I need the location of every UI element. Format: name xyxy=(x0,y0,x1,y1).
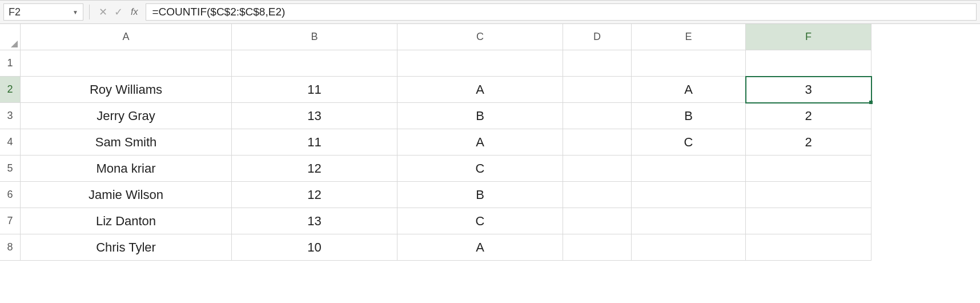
insert-function-button[interactable]: fx xyxy=(126,7,142,17)
cell-A1[interactable]: Name xyxy=(21,50,232,77)
cell-B2[interactable]: 11 xyxy=(232,77,397,103)
cell-E4[interactable]: C xyxy=(632,129,746,156)
formula-text: =COUNTIF($C$2:$C$8,E2) xyxy=(152,6,285,18)
cell-A2[interactable]: Roy Williams xyxy=(21,77,232,103)
cell-D8[interactable] xyxy=(563,234,632,261)
cell-C2[interactable]: A xyxy=(397,77,563,103)
col-header-B[interactable]: B xyxy=(232,24,397,50)
row-header-3[interactable]: 3 xyxy=(0,103,21,129)
cell-E5[interactable] xyxy=(632,156,746,182)
cell-B8[interactable]: 10 xyxy=(232,234,397,261)
cell-F7[interactable] xyxy=(746,208,871,234)
cell-F3[interactable]: 2 xyxy=(746,103,871,129)
cell-C8[interactable]: A xyxy=(397,234,563,261)
cell-A6[interactable]: Jamie Wilson xyxy=(21,182,232,208)
cell-B3[interactable]: 13 xyxy=(232,103,397,129)
row-header-7[interactable]: 7 xyxy=(0,208,21,234)
cell-D4[interactable] xyxy=(563,129,632,156)
cancel-formula-button[interactable]: ✕ xyxy=(95,6,111,18)
cell-E7[interactable] xyxy=(632,208,746,234)
cell-C4[interactable]: A xyxy=(397,129,563,156)
cell-F6[interactable] xyxy=(746,182,871,208)
cell-F8[interactable] xyxy=(746,234,871,261)
row-header-5[interactable]: 5 xyxy=(0,156,21,182)
col-header-C[interactable]: C xyxy=(397,24,563,50)
cell-E1[interactable]: Grades xyxy=(632,50,746,77)
formula-bar: F2 ▼ ✕ ✓ fx =COUNTIF($C$2:$C$8,E2) xyxy=(0,0,980,24)
cell-A5[interactable]: Mona kriar xyxy=(21,156,232,182)
fx-icon: fx xyxy=(131,7,138,17)
separator xyxy=(89,5,90,19)
name-box[interactable]: F2 ▼ xyxy=(3,3,83,21)
col-header-D[interactable]: D xyxy=(563,24,632,50)
cell-B1[interactable]: Age xyxy=(232,50,397,77)
chevron-down-icon: ▼ xyxy=(73,9,78,15)
spreadsheet-grid: A B C D E F 1 Name Age Grade Grades Coun… xyxy=(0,24,980,261)
cell-F1[interactable]: Count xyxy=(746,50,871,77)
col-header-E[interactable]: E xyxy=(632,24,746,50)
col-header-A[interactable]: A xyxy=(21,24,232,50)
row-header-1[interactable]: 1 xyxy=(0,50,21,77)
cell-C5[interactable]: C xyxy=(397,156,563,182)
select-all-corner[interactable] xyxy=(0,24,21,50)
cell-F5[interactable] xyxy=(746,156,871,182)
cell-E2[interactable]: A xyxy=(632,77,746,103)
cell-C7[interactable]: C xyxy=(397,208,563,234)
enter-formula-button[interactable]: ✓ xyxy=(111,6,126,18)
row-header-4[interactable]: 4 xyxy=(0,129,21,156)
cell-D3[interactable] xyxy=(563,103,632,129)
row-header-6[interactable]: 6 xyxy=(0,182,21,208)
cell-D6[interactable] xyxy=(563,182,632,208)
x-icon: ✕ xyxy=(99,6,107,18)
cell-B6[interactable]: 12 xyxy=(232,182,397,208)
cell-A7[interactable]: Liz Danton xyxy=(21,208,232,234)
row-header-2[interactable]: 2 xyxy=(0,77,21,103)
cell-E6[interactable] xyxy=(632,182,746,208)
cell-D1[interactable] xyxy=(563,50,632,77)
cell-D7[interactable] xyxy=(563,208,632,234)
row-header-8[interactable]: 8 xyxy=(0,234,21,261)
cell-B5[interactable]: 12 xyxy=(232,156,397,182)
cell-C6[interactable]: B xyxy=(397,182,563,208)
col-header-F[interactable]: F xyxy=(746,24,871,50)
cell-A4[interactable]: Sam Smith xyxy=(21,129,232,156)
cell-A3[interactable]: Jerry Gray xyxy=(21,103,232,129)
cell-C3[interactable]: B xyxy=(397,103,563,129)
cell-B7[interactable]: 13 xyxy=(232,208,397,234)
cell-A8[interactable]: Chris Tyler xyxy=(21,234,232,261)
cell-D2[interactable] xyxy=(563,77,632,103)
cell-F4[interactable]: 2 xyxy=(746,129,871,156)
cell-C1[interactable]: Grade xyxy=(397,50,563,77)
cell-E8[interactable] xyxy=(632,234,746,261)
cell-F2[interactable]: 3 xyxy=(746,77,871,103)
check-icon: ✓ xyxy=(114,6,123,18)
formula-input[interactable]: =COUNTIF($C$2:$C$8,E2) xyxy=(146,3,977,21)
name-box-value: F2 xyxy=(9,6,21,18)
cell-D5[interactable] xyxy=(563,156,632,182)
cell-B4[interactable]: 11 xyxy=(232,129,397,156)
cell-E3[interactable]: B xyxy=(632,103,746,129)
